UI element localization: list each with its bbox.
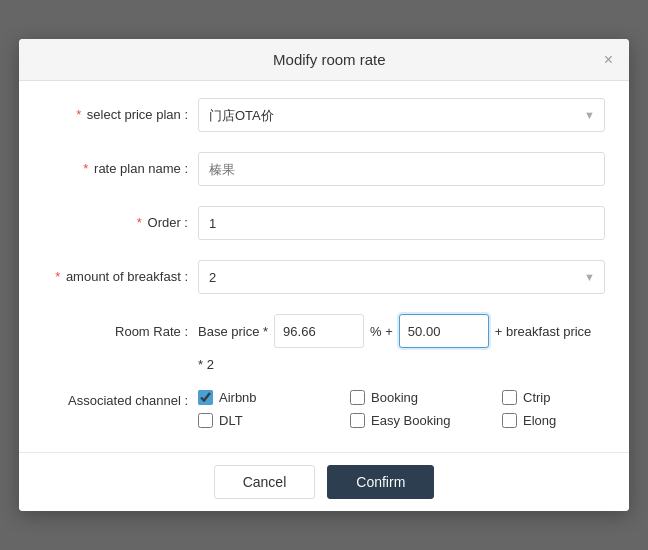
channel-item-elong: Elong: [502, 413, 629, 428]
breakfast-select[interactable]: 2: [198, 260, 605, 294]
channel-grid: Airbnb Booking Ctrip DLT: [198, 390, 629, 428]
channel-item-booking: Booking: [350, 390, 490, 405]
multiply-text: * 2: [198, 357, 214, 372]
dialog-footer: Cancel Confirm: [19, 452, 629, 511]
dlt-checkbox[interactable]: [198, 413, 213, 428]
multiply-row: * 2: [43, 357, 605, 372]
base-price-label: Base price *: [198, 324, 268, 339]
channel-item-easy-booking: Easy Booking: [350, 413, 490, 428]
rate-plan-name-row: * rate plan name :: [43, 151, 605, 187]
close-button[interactable]: ×: [604, 52, 613, 68]
ctrip-checkbox[interactable]: [502, 390, 517, 405]
channel-item-dlt: DLT: [198, 413, 338, 428]
breakfast-select-wrapper: 2 ▼: [198, 260, 605, 294]
easy-booking-checkbox[interactable]: [350, 413, 365, 428]
booking-label: Booking: [371, 390, 418, 405]
breakfast-price-label: + breakfast price: [495, 324, 591, 339]
confirm-button[interactable]: Confirm: [327, 465, 434, 499]
required-star-2: *: [83, 161, 88, 176]
rate-plan-name-input[interactable]: [198, 152, 605, 186]
airbnb-checkbox[interactable]: [198, 390, 213, 405]
breakfast-label: * amount of breakfast :: [43, 268, 198, 286]
price-plan-select[interactable]: 门店OTA价: [198, 98, 605, 132]
rate-plan-name-label: * rate plan name :: [43, 160, 198, 178]
channel-row: Associated channel : Airbnb Booking Ctri…: [43, 390, 605, 428]
modify-room-rate-dialog: Modify room rate × * select price plan :…: [19, 39, 629, 511]
room-rate-row: Room Rate : Base price * % + + breakfast…: [43, 313, 605, 349]
required-star-4: *: [55, 269, 60, 284]
ctrip-label: Ctrip: [523, 390, 550, 405]
price-plan-row: * select price plan : 门店OTA价 ▼: [43, 97, 605, 133]
easy-booking-label: Easy Booking: [371, 413, 451, 428]
booking-checkbox[interactable]: [350, 390, 365, 405]
base-price-input[interactable]: [274, 314, 364, 348]
dialog-title: Modify room rate: [55, 51, 604, 68]
required-star: *: [76, 107, 81, 122]
elong-label: Elong: [523, 413, 556, 428]
channel-label: Associated channel :: [43, 390, 198, 408]
addon-input[interactable]: [399, 314, 489, 348]
price-plan-select-wrapper: 门店OTA价 ▼: [198, 98, 605, 132]
cancel-button[interactable]: Cancel: [214, 465, 316, 499]
channel-item-ctrip: Ctrip: [502, 390, 629, 405]
elong-checkbox[interactable]: [502, 413, 517, 428]
dlt-label: DLT: [219, 413, 243, 428]
order-input[interactable]: [198, 206, 605, 240]
airbnb-label: Airbnb: [219, 390, 257, 405]
dialog-body: * select price plan : 门店OTA价 ▼ * rate pl…: [19, 81, 629, 452]
order-label: * Order :: [43, 214, 198, 232]
room-rate-content: Base price * % + + breakfast price: [198, 314, 605, 348]
required-star-3: *: [137, 215, 142, 230]
dialog-header: Modify room rate ×: [19, 39, 629, 81]
order-row: * Order :: [43, 205, 605, 241]
percent-symbol: % +: [370, 324, 393, 339]
room-rate-label: Room Rate :: [43, 324, 198, 339]
price-plan-label: * select price plan :: [43, 106, 198, 124]
breakfast-row: * amount of breakfast : 2 ▼: [43, 259, 605, 295]
channel-item-airbnb: Airbnb: [198, 390, 338, 405]
